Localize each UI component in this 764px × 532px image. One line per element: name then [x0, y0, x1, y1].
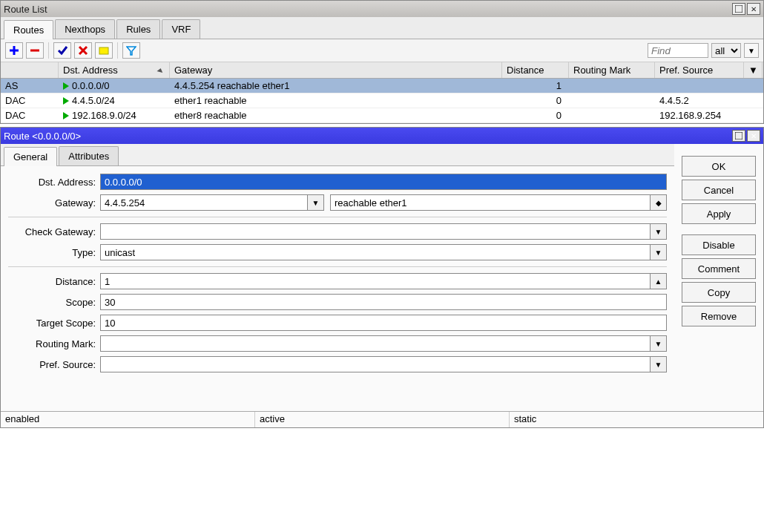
filter-dropdown-icon[interactable]: ▼ — [744, 43, 759, 58]
status-static: static — [510, 412, 763, 427]
status-enabled: enabled — [1, 412, 255, 427]
active-icon — [63, 97, 69, 105]
route-detail-titlebar[interactable]: Route <0.0.0.0/0> ✕ — [1, 128, 763, 144]
remove-button[interactable]: Remove — [682, 306, 756, 326]
route-list-tabbar: Routes Nexthops Rules VRF — [1, 17, 763, 39]
route-detail-form: General Attributes Dst. Address: Gateway… — [1, 144, 674, 411]
sort-indicator-icon — [157, 68, 163, 73]
apply-button[interactable]: Apply — [682, 203, 756, 224]
scope-input[interactable] — [100, 294, 667, 310]
target-scope-input[interactable] — [100, 315, 667, 331]
col-menu-icon[interactable]: ▼ — [744, 62, 763, 78]
svg-marker-7 — [127, 47, 136, 55]
routing-mark-dropdown-icon[interactable]: ▼ — [651, 335, 667, 352]
route-table-body: AS 0.0.0.0/0 4.4.5.254 reachable ether1 … — [1, 79, 763, 123]
svg-rect-8 — [735, 132, 742, 139]
route-list-title: Route List — [4, 4, 47, 15]
routing-mark-label: Routing Mark: — [8, 338, 100, 349]
dst-address-input[interactable] — [100, 174, 667, 190]
svg-rect-0 — [735, 5, 742, 13]
route-table-header: Dst. Address Gateway Distance Routing Ma… — [1, 62, 763, 79]
copy-button[interactable]: Copy — [682, 282, 756, 303]
gateway-input[interactable] — [100, 194, 308, 211]
route-list-window: Route List ✕ Routes Nexthops Rules VRF a… — [0, 0, 764, 124]
tab-attributes[interactable]: Attributes — [59, 146, 119, 165]
gateway-status — [330, 194, 651, 211]
ok-button[interactable]: OK — [682, 156, 756, 177]
type-label: Type: — [8, 247, 100, 258]
table-row[interactable]: AS 0.0.0.0/0 4.4.5.254 reachable ether1 … — [1, 79, 763, 93]
type-input[interactable] — [100, 244, 651, 260]
filter-select[interactable]: all — [711, 43, 741, 58]
check-gateway-label: Check Gateway: — [8, 226, 100, 237]
tab-routes[interactable]: Routes — [4, 20, 53, 39]
active-icon — [63, 112, 69, 119]
dst-address-label: Dst. Address: — [8, 177, 100, 188]
routing-mark-input[interactable] — [100, 335, 651, 352]
remove-button[interactable] — [26, 42, 44, 59]
type-dropdown-icon[interactable]: ▼ — [651, 244, 667, 260]
pref-source-input[interactable] — [100, 356, 651, 372]
add-button[interactable] — [5, 42, 23, 59]
separator — [48, 42, 49, 59]
tab-nexthops[interactable]: Nexthops — [55, 19, 115, 39]
route-list-toolbar: all ▼ — [1, 39, 763, 62]
comment-button[interactable] — [95, 42, 113, 59]
gateway-dropdown-icon[interactable]: ▼ — [308, 194, 324, 211]
active-icon — [63, 82, 69, 90]
pref-source-label: Pref. Source: — [8, 359, 100, 370]
col-dst[interactable]: Dst. Address — [59, 62, 170, 78]
distance-input[interactable] — [100, 273, 651, 289]
route-detail-window: Route <0.0.0.0/0> ✕ General Attributes D… — [0, 127, 764, 428]
col-routing-mark[interactable]: Routing Mark — [569, 62, 655, 78]
minimize-icon[interactable] — [732, 3, 745, 15]
divider — [8, 217, 667, 217]
svg-rect-6 — [99, 47, 108, 54]
route-detail-buttons: OK Cancel Apply Disable Comment Copy Rem… — [674, 144, 763, 411]
disable-button[interactable]: Disable — [682, 234, 756, 255]
col-flags[interactable] — [1, 62, 59, 78]
find-input[interactable] — [648, 43, 708, 58]
check-gateway-input[interactable] — [100, 223, 651, 240]
col-pref-source[interactable]: Pref. Source — [655, 62, 744, 78]
divider — [8, 266, 667, 267]
distance-label: Distance: — [8, 276, 100, 287]
col-gateway[interactable]: Gateway — [170, 62, 502, 78]
tab-vrf[interactable]: VRF — [162, 19, 200, 39]
filter-button[interactable] — [122, 42, 140, 59]
scope-label: Scope: — [8, 297, 100, 308]
close-icon[interactable]: ✕ — [747, 130, 760, 142]
check-gateway-dropdown-icon[interactable]: ▼ — [651, 223, 667, 240]
enable-button[interactable] — [53, 42, 71, 59]
tab-rules[interactable]: Rules — [116, 19, 160, 39]
target-scope-label: Target Scope: — [8, 318, 100, 329]
cancel-button[interactable]: Cancel — [682, 180, 756, 200]
disable-button[interactable] — [74, 42, 92, 59]
gateway-updown-icon[interactable]: ◆ — [651, 194, 667, 211]
table-row[interactable]: DAC 192.168.9.0/24 ether8 reachable 0 19… — [1, 108, 763, 123]
col-distance[interactable]: Distance — [502, 62, 569, 78]
table-row[interactable]: DAC 4.4.5.0/24 ether1 reachable 0 4.4.5.… — [1, 93, 763, 108]
route-detail-statusbar: enabled active static — [1, 411, 763, 427]
comment-button[interactable]: Comment — [682, 258, 756, 279]
status-active: active — [255, 412, 510, 427]
distance-collapse-icon[interactable]: ▲ — [651, 273, 667, 289]
pref-source-dropdown-icon[interactable]: ▼ — [651, 356, 667, 372]
route-detail-title: Route <0.0.0.0/0> — [4, 131, 81, 142]
tab-general[interactable]: General — [4, 147, 57, 166]
gateway-label: Gateway: — [8, 197, 100, 208]
close-icon[interactable]: ✕ — [747, 3, 760, 15]
route-list-titlebar[interactable]: Route List ✕ — [1, 1, 763, 17]
minimize-icon[interactable] — [732, 130, 745, 142]
separator — [117, 42, 118, 59]
